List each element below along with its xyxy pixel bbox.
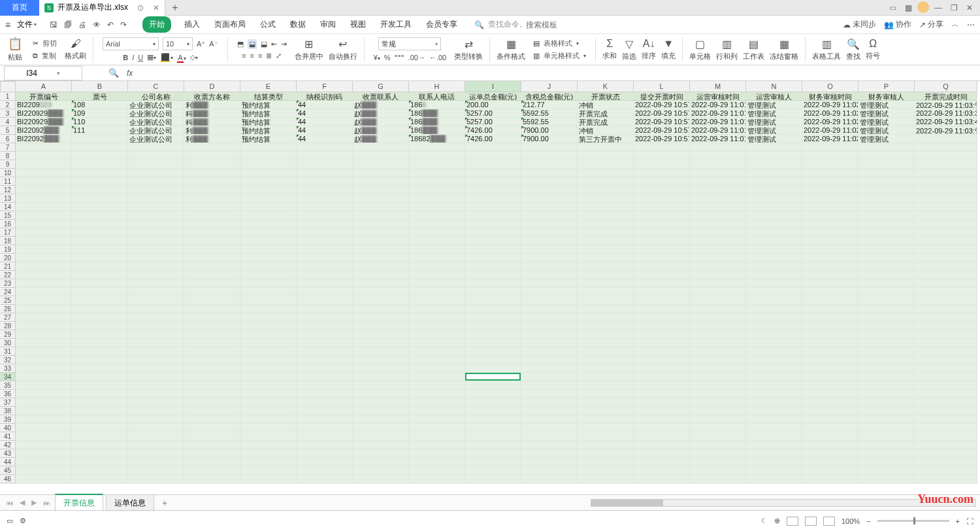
cell[interactable] xyxy=(578,254,634,262)
cell[interactable] xyxy=(409,228,465,237)
cell[interactable] xyxy=(746,322,802,330)
cell[interactable] xyxy=(634,322,690,330)
cell[interactable] xyxy=(634,169,690,177)
zoom-in-icon[interactable]: + xyxy=(956,517,960,525)
cell[interactable] xyxy=(858,305,915,313)
cell[interactable] xyxy=(72,186,128,194)
cell[interactable] xyxy=(297,398,353,407)
cell[interactable] xyxy=(353,441,409,449)
row-header[interactable]: 8 xyxy=(0,152,16,160)
cell[interactable]: 2022-09-29 10:57: xyxy=(634,101,690,109)
cell[interactable] xyxy=(578,356,634,364)
cell[interactable] xyxy=(521,415,578,424)
cell[interactable] xyxy=(240,390,297,398)
cell[interactable] xyxy=(240,449,297,458)
row-header[interactable]: 30 xyxy=(0,339,16,347)
row-header[interactable]: 25 xyxy=(0,296,16,305)
cell[interactable] xyxy=(465,262,521,271)
cell[interactable] xyxy=(16,237,72,245)
cell[interactable] xyxy=(72,237,128,245)
cell[interactable] xyxy=(578,288,634,296)
cell[interactable] xyxy=(409,449,465,458)
cell[interactable] xyxy=(858,483,915,484)
cell[interactable]: 5592.55 xyxy=(521,109,578,118)
cell[interactable] xyxy=(184,152,240,160)
file-menu[interactable]: 文件▾ xyxy=(17,19,37,30)
cell[interactable] xyxy=(690,211,746,220)
cell[interactable] xyxy=(690,483,746,484)
cell[interactable] xyxy=(409,381,465,390)
cell[interactable] xyxy=(297,254,353,262)
cell[interactable] xyxy=(858,211,915,220)
cell[interactable] xyxy=(353,194,409,203)
cell[interactable] xyxy=(409,279,465,288)
cell[interactable] xyxy=(72,152,128,160)
cell[interactable] xyxy=(409,211,465,220)
cell[interactable] xyxy=(746,313,802,322)
cell[interactable] xyxy=(240,313,297,322)
cell[interactable] xyxy=(690,143,746,152)
row-header[interactable]: 13 xyxy=(0,194,16,203)
cell[interactable] xyxy=(72,441,128,449)
cell[interactable] xyxy=(578,483,634,484)
cell[interactable] xyxy=(184,254,240,262)
cell[interactable] xyxy=(465,143,521,152)
cell[interactable] xyxy=(353,143,409,152)
cell[interactable] xyxy=(16,356,72,364)
cell[interactable] xyxy=(521,245,578,254)
cell[interactable] xyxy=(521,390,578,398)
cell[interactable]: 2022-09-29 11:01: xyxy=(690,126,746,135)
cell[interactable] xyxy=(690,237,746,245)
cell[interactable] xyxy=(16,152,72,160)
cell[interactable]: 管理测试 xyxy=(858,109,915,118)
cell[interactable] xyxy=(634,390,690,398)
cell[interactable] xyxy=(240,245,297,254)
cell[interactable] xyxy=(240,475,297,483)
cell[interactable]: 管理测试 xyxy=(746,118,802,126)
cell[interactable] xyxy=(128,177,184,186)
cell[interactable] xyxy=(858,169,915,177)
cell[interactable] xyxy=(240,432,297,441)
cell[interactable]: 收票方名称 xyxy=(184,92,240,101)
cell[interactable] xyxy=(128,466,184,475)
fill-icon[interactable]: ▼ xyxy=(663,38,674,50)
cell[interactable] xyxy=(521,169,578,177)
cell[interactable] xyxy=(521,152,578,160)
cell[interactable] xyxy=(128,483,184,484)
cell[interactable] xyxy=(72,169,128,177)
cell[interactable] xyxy=(16,279,72,288)
cell[interactable] xyxy=(72,288,128,296)
row-header[interactable]: 11 xyxy=(0,177,16,186)
tab-insert[interactable]: 插入 xyxy=(183,16,201,33)
cell[interactable] xyxy=(915,322,977,330)
cell[interactable] xyxy=(184,330,240,339)
cell[interactable] xyxy=(240,415,297,424)
cell[interactable] xyxy=(128,322,184,330)
cell[interactable]: 财务审核人 xyxy=(858,92,915,101)
cell[interactable] xyxy=(184,339,240,347)
sheet-last-icon[interactable]: ⏭ xyxy=(41,499,52,507)
cell[interactable] xyxy=(128,313,184,322)
cell[interactable] xyxy=(72,356,128,364)
cell[interactable] xyxy=(858,245,915,254)
cell[interactable] xyxy=(802,390,858,398)
cell[interactable]: 111 xyxy=(72,126,128,135)
row-header[interactable]: 21 xyxy=(0,262,16,271)
cell[interactable] xyxy=(915,339,977,347)
cell[interactable]: 财务审核时间 xyxy=(802,92,858,101)
cell[interactable] xyxy=(858,390,915,398)
tab-review[interactable]: 审阅 xyxy=(319,16,337,33)
cell[interactable] xyxy=(297,177,353,186)
cell[interactable] xyxy=(634,305,690,313)
cell[interactable] xyxy=(521,296,578,305)
zoom-out-icon[interactable]: − xyxy=(866,517,870,525)
currency-icon[interactable]: ¥▾ xyxy=(374,54,380,61)
cell[interactable] xyxy=(128,211,184,220)
cell[interactable] xyxy=(240,373,297,381)
align-mid-icon[interactable]: ⬓ xyxy=(248,39,257,49)
cell[interactable] xyxy=(634,237,690,245)
save-icon[interactable]: 🖫 xyxy=(50,20,57,29)
cell[interactable] xyxy=(297,390,353,398)
cell[interactable] xyxy=(297,245,353,254)
align-justify-icon[interactable]: ≣ xyxy=(266,52,272,60)
